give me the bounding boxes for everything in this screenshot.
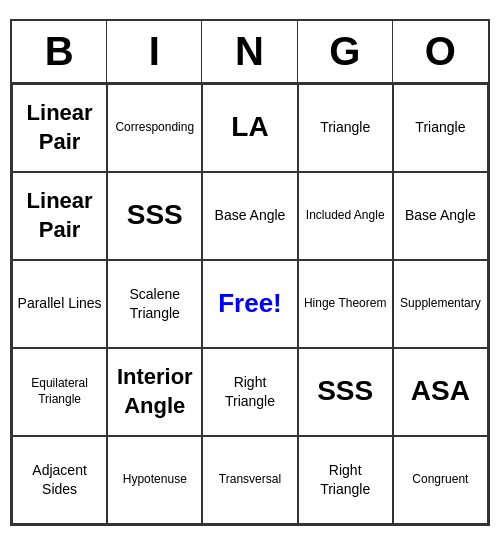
bingo-cell: Base Angle [202,172,297,260]
bingo-cell: Hinge Theorem [298,260,393,348]
bingo-cell: Included Angle [298,172,393,260]
bingo-card: BINGO Linear PairCorrespondingLATriangle… [10,19,490,526]
bingo-cell: Transversal [202,436,297,524]
header-letter: B [12,21,107,82]
bingo-cell: Congruent [393,436,488,524]
header-letter: O [393,21,488,82]
bingo-cell: Parallel Lines [12,260,107,348]
bingo-cell: Interior Angle [107,348,202,436]
bingo-cell: SSS [107,172,202,260]
bingo-grid: Linear PairCorrespondingLATriangleTriang… [12,84,488,524]
bingo-cell: Base Angle [393,172,488,260]
bingo-cell: LA [202,84,297,172]
bingo-cell: Right Triangle [202,348,297,436]
header-letter: N [202,21,297,82]
bingo-cell: Supplementary [393,260,488,348]
bingo-cell: Triangle [393,84,488,172]
header-letter: G [298,21,393,82]
bingo-cell: Triangle [298,84,393,172]
bingo-cell: Scalene Triangle [107,260,202,348]
bingo-cell: Free! [202,260,297,348]
bingo-cell: Equilateral Triangle [12,348,107,436]
bingo-cell: Linear Pair [12,172,107,260]
bingo-cell: SSS [298,348,393,436]
bingo-cell: Adjacent Sides [12,436,107,524]
bingo-cell: Hypotenuse [107,436,202,524]
bingo-cell: Right Triangle [298,436,393,524]
bingo-cell: ASA [393,348,488,436]
bingo-header: BINGO [12,21,488,84]
bingo-cell: Linear Pair [12,84,107,172]
header-letter: I [107,21,202,82]
bingo-cell: Corresponding [107,84,202,172]
